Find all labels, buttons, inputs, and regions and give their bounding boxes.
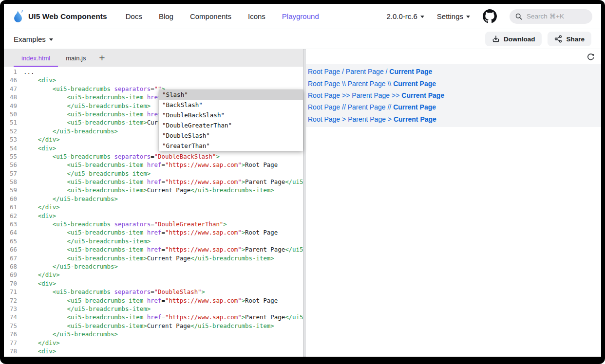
line-number: 55 xyxy=(4,152,23,161)
code-line-text: <ui5-breadcrumbs-item>Current Page</ui5-… xyxy=(23,186,274,194)
code-line-text: <ui5-breadcrumbs-item>Current Page</ui5-… xyxy=(23,322,274,330)
line-number: 49 xyxy=(4,102,23,110)
autocomplete-option[interactable]: "DoubleBackSlash" xyxy=(159,110,303,120)
topnav-right-group: 2.0.0-rc.6 Settings xyxy=(386,9,592,24)
code-line: 58 <ui5-breadcrumbs-item href="https://w… xyxy=(4,178,303,186)
line-number: 51 xyxy=(4,118,23,127)
code-line-text: <ui5-breadcrumbs separators="DoubleSlash… xyxy=(23,288,205,296)
breadcrumb-current-page: Current Page xyxy=(394,115,436,123)
search-input[interactable] xyxy=(526,12,579,20)
toolbar-right-group: Download Share xyxy=(485,32,591,46)
code-line: 55 <ui5-breadcrumbs separators="DoubleBa… xyxy=(4,152,303,161)
line-number: 53 xyxy=(4,135,23,144)
line-number: 54 xyxy=(4,144,23,152)
download-button[interactable]: Download xyxy=(485,32,542,46)
breadcrumb-separator: \\ xyxy=(340,80,348,88)
breadcrumb-link[interactable]: Root Page xyxy=(308,91,340,99)
chevron-down-icon xyxy=(49,38,53,41)
breadcrumb-row: Root Page / Parent Page / Current Page xyxy=(308,66,601,77)
examples-label: Examples xyxy=(14,35,46,43)
autocomplete-option[interactable]: "DoubleSlash" xyxy=(159,130,303,141)
breadcrumb-link[interactable]: Root Page xyxy=(308,80,340,88)
line-number: 71 xyxy=(4,288,23,296)
brand-home-link[interactable]: UI5 Web Components xyxy=(13,9,107,24)
breadcrumb-link[interactable]: Root Page xyxy=(308,68,340,75)
autocomplete-option[interactable]: "BackSlash" xyxy=(159,100,303,110)
code-line-text: <div> xyxy=(23,212,56,220)
code-line-text: <ui5-breadcrumbs separators="DoubleGreat… xyxy=(23,220,227,228)
code-line-text: </ui5-breadcrumbs-item> xyxy=(23,102,151,110)
nav-link-docs[interactable]: Docs xyxy=(126,12,142,20)
line-number: 57 xyxy=(4,169,23,178)
code-line: 60 </ui5-breadcrumbs> xyxy=(4,195,303,203)
code-line-text: <ui5-breadcrumbs separators=""> xyxy=(23,85,165,93)
editor-tab-bar: index.htmlmain.js + xyxy=(4,49,303,67)
download-label: Download xyxy=(504,36,535,43)
breadcrumb-current-page: Current Page xyxy=(401,91,444,99)
breadcrumb-separator: / xyxy=(340,68,346,75)
breadcrumb-separator: // xyxy=(386,103,394,111)
code-line: 57 </ui5-breadcrumbs-item> xyxy=(4,169,303,178)
share-button[interactable]: Share xyxy=(548,32,591,46)
examples-dropdown[interactable]: Examples xyxy=(14,35,53,43)
code-line-text: </ui5-breadcrumbs-item> xyxy=(23,169,151,178)
add-file-tab-button[interactable]: + xyxy=(94,49,110,67)
breadcrumb-link[interactable]: Root Page xyxy=(308,103,340,111)
line-number: 62 xyxy=(4,212,23,220)
code-line: 66 <ui5-breadcrumbs-item href="https://w… xyxy=(4,245,303,254)
code-line: 73 </ui5-breadcrumbs-item> xyxy=(4,305,303,313)
code-line: 61 </div> xyxy=(4,203,303,211)
code-editor-pane: index.htmlmain.js + 1...46 <div>47 <ui5-… xyxy=(4,49,303,357)
code-line-text: <ui5-breadcrumbs separators="DoubleBackS… xyxy=(23,152,220,161)
playground-main: index.htmlmain.js + 1...46 <div>47 <ui5-… xyxy=(4,49,601,357)
settings-label: Settings xyxy=(437,12,463,20)
line-number: 59 xyxy=(4,186,23,194)
nav-link-icons[interactable]: Icons xyxy=(248,12,265,20)
github-link[interactable] xyxy=(483,9,497,23)
breadcrumb-link[interactable]: Parent Page xyxy=(346,68,384,75)
editor-tab-index-html[interactable]: index.html xyxy=(14,49,58,67)
code-line-text: <ui5-breadcrumbs-item href="https://www.… xyxy=(23,228,278,237)
editor-tab-main-js[interactable]: main.js xyxy=(58,49,94,67)
line-number: 48 xyxy=(4,93,23,101)
breadcrumb-row: Root Page // Parent Page // Current Page xyxy=(308,101,601,113)
line-number: 67 xyxy=(4,254,23,262)
code-line-text: <ui5-breadcrumbs-item href="https://www.… xyxy=(23,313,303,321)
breadcrumb-separator: > xyxy=(340,115,348,123)
nav-link-blog[interactable]: Blog xyxy=(159,12,173,20)
code-line-text: <ui5-breadcrumbs-item href="https://www.… xyxy=(23,245,303,254)
breadcrumb-link[interactable]: Root Page xyxy=(308,115,340,123)
breadcrumb-link[interactable]: Parent Page xyxy=(348,103,386,111)
nav-link-components[interactable]: Components xyxy=(190,12,231,20)
line-number: 66 xyxy=(4,245,23,254)
code-line: 71 <ui5-breadcrumbs separators="DoubleSl… xyxy=(4,288,303,296)
code-line: 74 <ui5-breadcrumbs-item href="https://w… xyxy=(4,313,303,321)
breadcrumb-separator: / xyxy=(384,68,390,75)
code-line: 59 <ui5-breadcrumbs-item>Current Page</u… xyxy=(4,186,303,194)
line-number: 70 xyxy=(4,279,23,288)
breadcrumb-link[interactable]: Parent Page xyxy=(352,91,390,99)
line-number: 52 xyxy=(4,127,23,135)
code-line: 67 <ui5-breadcrumbs-item>Current Page</u… xyxy=(4,254,303,262)
code-line: 65 </ui5-breadcrumbs-item> xyxy=(4,237,303,245)
code-line-text: <ui5-breadcrumbs-item href="https://www.… xyxy=(23,296,278,305)
breadcrumb-current-page: Current Page xyxy=(393,103,436,111)
autocomplete-option[interactable]: "Slash" xyxy=(159,90,303,100)
line-number: 69 xyxy=(4,271,23,279)
line-number: 65 xyxy=(4,237,23,245)
refresh-icon[interactable] xyxy=(586,53,595,61)
breadcrumb-link[interactable]: Parent Page xyxy=(348,80,386,88)
breadcrumb-link[interactable]: Parent Page xyxy=(348,115,386,123)
code-line-text: <div> xyxy=(23,144,56,152)
settings-dropdown[interactable]: Settings xyxy=(437,12,470,20)
autocomplete-option[interactable]: "DoubleGreaterThan" xyxy=(159,120,303,130)
line-number: 58 xyxy=(4,178,23,186)
code-line: 56 <ui5-breadcrumbs-item href="https://w… xyxy=(4,161,303,169)
nav-link-playground[interactable]: Playground xyxy=(282,12,319,20)
version-dropdown[interactable]: 2.0.0-rc.6 xyxy=(386,12,424,20)
code-line: 1... xyxy=(4,68,303,76)
autocomplete-option[interactable]: "GreaterThan" xyxy=(159,141,303,151)
brand-title: UI5 Web Components xyxy=(28,12,107,21)
download-icon xyxy=(492,35,500,43)
primary-nav-links: DocsBlogComponentsIconsPlayground xyxy=(126,12,319,20)
